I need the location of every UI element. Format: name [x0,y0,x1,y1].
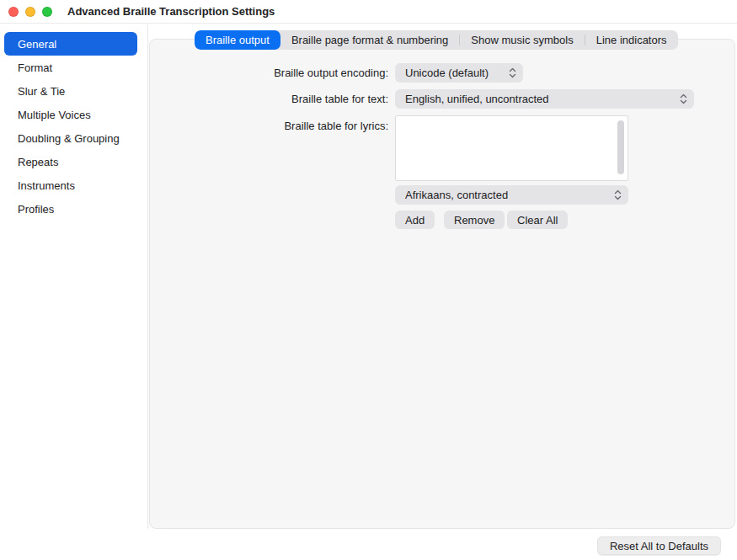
close-button[interactable] [8,7,19,17]
clear-all-button[interactable]: Clear All [507,211,568,229]
popup-value: Afrikaans, contracted [405,189,508,201]
updown-chevron-icon [509,67,516,78]
tab-show-music-symbols[interactable]: Show music symbols [460,30,584,50]
sidebar-item-label: Instruments [18,179,75,192]
sidebar-item-slur-tie[interactable]: Slur & Tie [4,79,137,103]
tab-braille-output[interactable]: Braille output [195,30,280,50]
updown-chevron-icon [614,189,622,200]
tab-braille-page-format[interactable]: Braille page format & numbering [280,30,459,50]
lyrics-listbox[interactable] [395,115,628,181]
popup-value: Unicode (default) [405,67,489,79]
popup-value: English, unified, uncontracted [405,93,549,105]
table-text-label: Braille table for text: [150,89,388,109]
encoding-label: Braille output encoding: [150,63,388,83]
minimize-button[interactable] [25,7,35,17]
lyrics-table-popup[interactable]: Afrikaans, contracted [395,185,628,205]
content-panel: Braille output encoding: Unicode (defaul… [149,39,735,529]
sidebar-item-label: Multiple Voices [18,109,91,121]
sidebar-item-label: Doubling & Grouping [18,132,120,145]
sidebar-item-label: Profiles [18,203,54,216]
remove-button[interactable]: Remove [444,211,505,229]
traffic-lights [0,7,52,17]
tab-bar: Braille output Braille page format & num… [195,30,678,50]
sidebar-item-instruments[interactable]: Instruments [4,173,137,197]
sidebar-item-label: General [18,38,56,51]
reset-all-to-defaults-button[interactable]: Reset All to Defaults [597,536,721,555]
scrollbar-thumb[interactable] [617,120,624,174]
sidebar-item-label: Repeats [18,156,58,168]
add-button[interactable]: Add [395,211,435,229]
sidebar-item-label: Format [18,61,52,74]
sidebar-item-format[interactable]: Format [4,56,137,79]
sidebar-item-repeats[interactable]: Repeats [4,150,137,173]
sidebar-item-label: Slur & Tie [18,85,65,98]
encoding-popup[interactable]: Unicode (default) [395,63,523,83]
sidebar-item-general[interactable]: General [4,32,137,56]
table-lyrics-label: Braille table for lyrics: [150,116,388,136]
window-title: Advanced Braille Transcription Settings [67,5,275,18]
updown-chevron-icon [680,93,687,104]
sidebar-item-multiple-voices[interactable]: Multiple Voices [4,103,137,126]
sidebar: General Format Slur & Tie Multiple Voice… [0,24,148,529]
sidebar-item-profiles[interactable]: Profiles [4,197,137,221]
table-text-popup[interactable]: English, unified, uncontracted [395,89,694,109]
zoom-button[interactable] [42,7,52,17]
title-bar: Advanced Braille Transcription Settings [0,0,737,24]
sidebar-item-doubling-grouping[interactable]: Doubling & Grouping [4,126,137,150]
tab-line-indicators[interactable]: Line indicators [585,30,678,50]
